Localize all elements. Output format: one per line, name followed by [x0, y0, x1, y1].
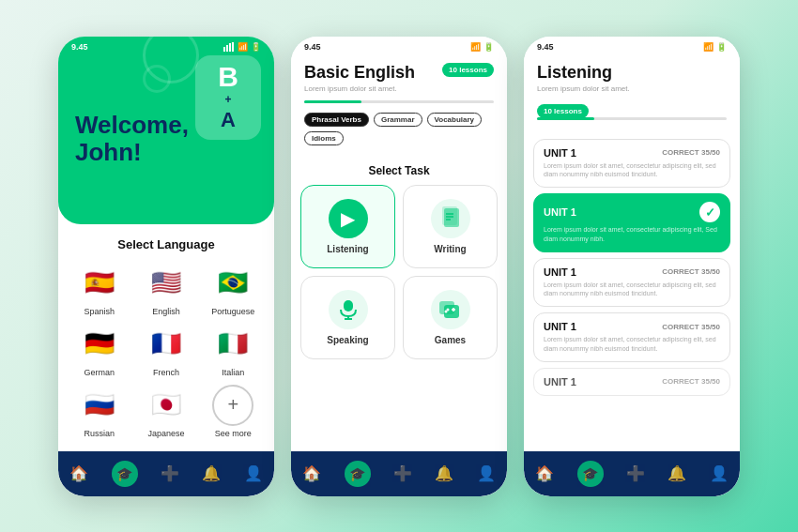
b-letter: B: [218, 63, 238, 91]
see-more-button[interactable]: + See more: [202, 385, 265, 438]
unit-desc-2: Lorem ipsum dolor sit amet, consectetur …: [544, 225, 720, 244]
language-french[interactable]: 🇫🇷 French: [134, 324, 197, 377]
task-games-label: Games: [435, 335, 466, 345]
unit-desc-1: Lorem ipsum dolor sit amet, consectetur …: [544, 161, 720, 180]
status-bar-2: 9.45 📶 🔋: [291, 37, 507, 55]
nav-bell-2[interactable]: 🔔: [435, 464, 453, 482]
course-info: Basic English Lorem ipsum dolor sit amet…: [304, 63, 415, 100]
task-games[interactable]: Games: [403, 276, 498, 359]
unit-card-top-4: UNIT 1 CORRECT 35/50: [544, 321, 720, 332]
unit-card-3[interactable]: UNIT 1 CORRECT 35/50 Lorem ipsum dolor s…: [533, 258, 730, 308]
nav-profile-1[interactable]: 👤: [244, 464, 263, 482]
unit-correct-3: CORRECT 35/50: [662, 267, 720, 276]
unit-card-4[interactable]: UNIT 1 CORRECT 35/50 Lorem ipsum dolor s…: [533, 312, 730, 362]
nav-home-2[interactable]: 🏠: [302, 464, 321, 482]
time-2: 9.45: [304, 42, 321, 52]
writing-icon: [431, 199, 470, 238]
unit-correct-4: CORRECT 35/50: [662, 323, 720, 331]
language-russian[interactable]: 🇷🇺 Russian: [68, 385, 130, 438]
nav-bell-3[interactable]: 🔔: [668, 464, 686, 482]
task-speaking-label: Speaking: [327, 335, 368, 345]
language-label: Japanese: [147, 429, 184, 438]
task-speaking[interactable]: Speaking: [300, 276, 395, 359]
language-spanish[interactable]: 🇪🇸 Spanish: [68, 263, 130, 316]
unit-card-top-2: UNIT 1 ✓: [544, 202, 720, 222]
filter-phrasal-verbs[interactable]: Phrasal Verbs: [304, 113, 369, 127]
language-italian[interactable]: 🇮🇹 Italian: [202, 324, 265, 377]
phone-welcome: 9.45 📶 🔋 Welcome, John! B + A Select Lan…: [58, 37, 274, 496]
task-writing[interactable]: Writing: [403, 185, 498, 268]
games-icon: [431, 290, 470, 329]
svg-rect-0: [223, 47, 225, 52]
nav-add-1[interactable]: ➕: [161, 464, 179, 482]
a-letter: A: [221, 108, 236, 132]
language-label: English: [152, 307, 180, 316]
svg-rect-1: [226, 45, 228, 52]
svg-rect-9: [344, 300, 353, 312]
language-portuguese[interactable]: 🇧🇷 Portuguese: [202, 263, 265, 316]
listening-icon: ▶: [329, 199, 368, 238]
unit-card-top-1: UNIT 1 CORRECT 35/50: [544, 147, 720, 159]
svg-rect-5: [444, 208, 459, 227]
filter-idioms[interactable]: Idioms: [304, 131, 344, 145]
svg-point-17: [444, 310, 447, 312]
unit-title-3: UNIT 1: [544, 266, 576, 278]
unit-desc-4: Lorem ipsum dolor sit amet, consectetur …: [544, 335, 720, 354]
nav-home-1[interactable]: 🏠: [69, 464, 88, 482]
unit-correct-1: CORRECT 35/50: [662, 148, 720, 157]
nav-profile-2[interactable]: 👤: [477, 464, 496, 482]
language-english[interactable]: 🇺🇸 English: [134, 263, 197, 316]
nav-profile-3[interactable]: 👤: [710, 464, 729, 482]
nav-courses-2[interactable]: 🎓: [345, 461, 371, 487]
nav-courses-3[interactable]: 🎓: [577, 461, 604, 487]
select-language-title: Select Language: [68, 237, 265, 251]
listening-header-top: Listening Lorem ipsum dolor sit amet. 10…: [537, 63, 727, 117]
filter-vocabulary[interactable]: Vocabulary: [427, 113, 483, 127]
phone-basic-english: 9.45 📶 🔋 Basic English Lorem ipsum dolor…: [291, 37, 507, 496]
language-label: French: [153, 368, 179, 377]
speaking-icon: [329, 290, 368, 329]
status-bar-1: 9.45 📶 🔋: [58, 37, 274, 55]
unit-card-5[interactable]: UNIT 1 CORRECT 35/50: [533, 368, 730, 396]
phone-listening: 9.45 📶 🔋 Listening Lorem ipsum dolor sit…: [524, 37, 740, 496]
language-label: Portuguese: [211, 307, 254, 316]
nav-add-2[interactable]: ➕: [393, 464, 412, 482]
task-grid: ▶ Listening Writing: [300, 185, 498, 359]
listening-body: UNIT 1 CORRECT 35/50 Lorem ipsum dolor s…: [524, 139, 740, 451]
course-header-top: Basic English Lorem ipsum dolor sit amet…: [304, 63, 494, 100]
time-1: 9.45: [71, 42, 88, 52]
unit-card-top-3: UNIT 1 CORRECT 35/50: [544, 266, 720, 278]
ba-badge: B + A: [195, 55, 261, 140]
welcome-name: John!: [75, 139, 257, 166]
nav-courses-1[interactable]: 🎓: [112, 461, 138, 487]
filter-grammar[interactable]: Grammar: [374, 113, 422, 127]
welcome-body: Select Language 🇪🇸 Spanish 🇺🇸 English 🇧🇷…: [58, 224, 274, 451]
course-header: 9.45 📶 🔋 Basic English Lorem ipsum dolor…: [291, 37, 507, 164]
time-3: 9.45: [537, 42, 554, 52]
unit-card-1[interactable]: UNIT 1 CORRECT 35/50 Lorem ipsum dolor s…: [533, 139, 730, 189]
task-listening[interactable]: ▶ Listening: [300, 185, 395, 268]
nav-home-3[interactable]: 🏠: [535, 464, 554, 482]
status-icons-2: 📶 🔋: [470, 42, 494, 52]
lessons-badge: 10 lessons: [442, 63, 494, 77]
unit-card-top-5: UNIT 1 CORRECT 35/50: [544, 376, 720, 388]
nav-bell-1[interactable]: 🔔: [202, 464, 221, 482]
unit-title-2: UNIT 1: [544, 206, 576, 218]
bottom-nav-1: 🏠 🎓 ➕ 🔔 👤: [58, 451, 274, 496]
listening-header: 9.45 📶 🔋 Listening Lorem ipsum dolor sit…: [524, 37, 740, 139]
unit-title-4: UNIT 1: [544, 321, 576, 332]
course-body: Select Task ▶ Listening Writing: [291, 164, 507, 451]
bottom-nav-2: 🏠 🎓 ➕ 🔔 👤: [291, 451, 507, 496]
listening-info: Listening Lorem ipsum dolor sit amet.: [537, 63, 727, 93]
language-label: Russian: [84, 429, 115, 438]
status-icons-3: 📶 🔋: [703, 42, 727, 52]
check-icon: ✓: [699, 202, 720, 222]
nav-add-3[interactable]: ➕: [626, 464, 645, 482]
unit-card-2[interactable]: UNIT 1 ✓ Lorem ipsum dolor sit amet, con…: [533, 193, 730, 252]
status-icons-1: 📶 🔋: [223, 42, 261, 52]
language-german[interactable]: 🇩🇪 German: [68, 324, 130, 377]
language-grid: 🇪🇸 Spanish 🇺🇸 English 🇧🇷 Portuguese 🇩🇪 G…: [68, 263, 265, 438]
unit-title-1: UNIT 1: [544, 147, 576, 159]
language-japanese[interactable]: 🇯🇵 Japanese: [134, 385, 197, 438]
progress-bar: [304, 100, 494, 103]
